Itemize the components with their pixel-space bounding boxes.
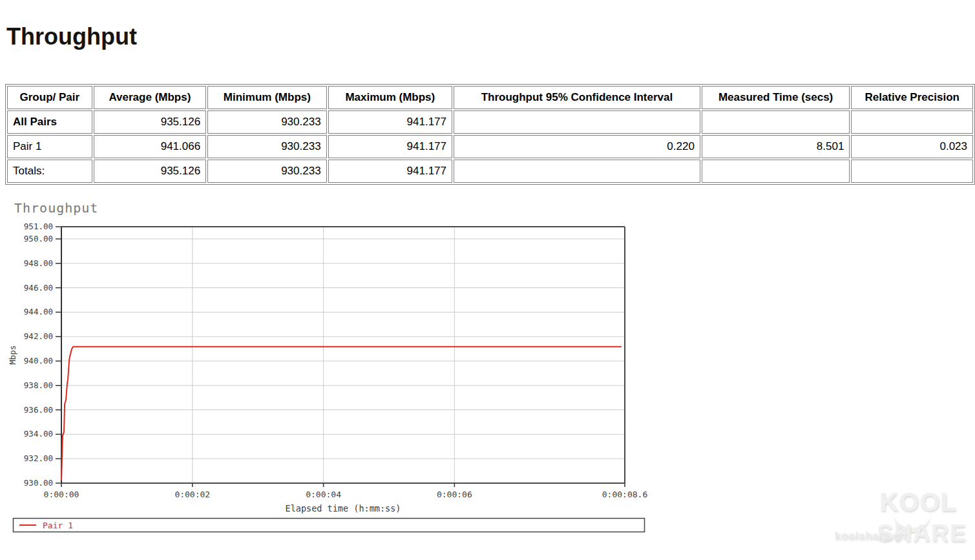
y-tick-label: 940.00 xyxy=(24,356,53,366)
value-cell: 935.126 xyxy=(94,160,207,183)
value-cell xyxy=(702,110,850,134)
x-tick-label: 0:00:06 xyxy=(437,490,472,499)
row-label: Totals: xyxy=(7,160,92,183)
value-cell: 0.023 xyxy=(851,135,973,158)
value-cell xyxy=(702,160,850,183)
value-cell: 0.220 xyxy=(454,135,700,158)
value-cell: 941.177 xyxy=(328,160,452,183)
x-tick-label: 0:00:00 xyxy=(44,490,79,499)
row-label: All Pairs xyxy=(7,110,92,134)
value-cell xyxy=(454,160,700,183)
series-line-pair-1 xyxy=(61,347,622,481)
table-row: Totals:935.126930.233941.177 xyxy=(7,160,973,183)
value-cell: 930.233 xyxy=(207,110,326,134)
value-cell: 930.233 xyxy=(207,160,326,183)
table-row: Pair 1941.066930.233941.1770.2208.5010.0… xyxy=(7,135,973,158)
y-tick-label: 934.00 xyxy=(24,429,53,439)
throughput-line-chart: 930.00932.00934.00936.00938.00940.00942.… xyxy=(0,194,659,543)
y-tick-label: 932.00 xyxy=(24,453,53,463)
legend-label: Pair 1 xyxy=(43,521,73,530)
watermark: KOOL SHARE koolshare.cn xyxy=(830,489,969,555)
value-cell: 8.501 xyxy=(702,135,850,158)
value-cell: 941.177 xyxy=(328,110,452,134)
watermark-site-text: koolshare.cn xyxy=(835,530,907,541)
column-header: Average (Mbps) xyxy=(94,86,207,109)
value-cell xyxy=(851,160,973,183)
y-axis-title: Mbps xyxy=(8,345,17,364)
y-tick-label: 938.00 xyxy=(24,380,53,390)
x-tick-label: 0:00:08.6 xyxy=(602,490,647,499)
watermark-smile-icon xyxy=(894,511,931,532)
report-page: Throughput Group/ PairAverage (Mbps)Mini… xyxy=(0,0,975,560)
x-axis-title: Elapsed time (h:mm:ss) xyxy=(286,503,401,513)
row-label: Pair 1 xyxy=(7,135,92,158)
column-header: Throughput 95% Confidence Interval xyxy=(454,86,700,109)
column-header: Minimum (Mbps) xyxy=(207,86,326,109)
value-cell: 935.126 xyxy=(94,110,207,134)
y-tick-label: 944.00 xyxy=(24,307,53,316)
y-tick-label: 936.00 xyxy=(24,405,53,415)
y-tick-label: 930.00 xyxy=(24,478,53,488)
watermark-logo-line2: SHARE xyxy=(877,521,967,545)
y-tick-label: 948.00 xyxy=(24,258,53,268)
value-cell xyxy=(454,110,700,134)
legend-box xyxy=(14,519,645,532)
value-cell: 941.177 xyxy=(328,135,452,158)
column-header: Measured Time (secs) xyxy=(702,86,850,109)
value-cell: 930.233 xyxy=(207,135,326,158)
throughput-results-table: Group/ PairAverage (Mbps)Minimum (Mbps)M… xyxy=(5,84,975,185)
value-cell: 941.066 xyxy=(94,135,207,158)
y-tick-label: 950.00 xyxy=(24,234,53,244)
value-cell xyxy=(851,110,973,134)
page-title: Throughput xyxy=(6,23,137,50)
x-tick-label: 0:00:04 xyxy=(306,490,341,499)
column-header: Maximum (Mbps) xyxy=(328,86,452,109)
x-tick-label: 0:00:02 xyxy=(174,490,210,499)
column-header: Group/ Pair xyxy=(7,86,92,109)
table-row: All Pairs935.126930.233941.177 xyxy=(7,110,973,134)
y-tick-label: 951.00 xyxy=(24,222,53,231)
watermark-logo-line1: KOOL xyxy=(879,489,957,515)
y-tick-label: 946.00 xyxy=(24,283,53,293)
y-tick-label: 942.00 xyxy=(24,331,53,341)
table-header-row: Group/ PairAverage (Mbps)Minimum (Mbps)M… xyxy=(7,86,973,109)
column-header: Relative Precision xyxy=(851,86,973,109)
